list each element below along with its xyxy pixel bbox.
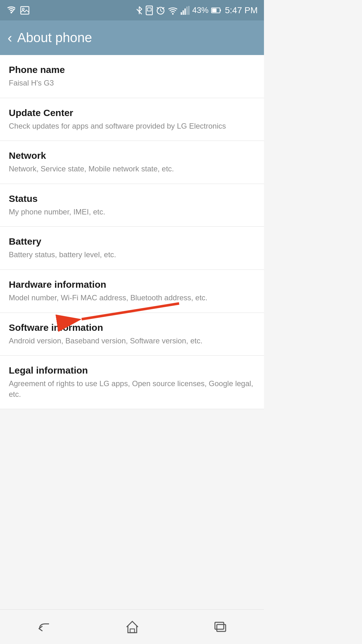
clock: 5:47 PM — [225, 5, 258, 15]
phone-name-title: Phone name — [9, 64, 255, 75]
alarm-icon — [156, 6, 165, 15]
battery-icon — [211, 7, 221, 14]
svg-rect-5 — [147, 8, 151, 11]
battery-title: Battery — [9, 236, 255, 247]
screenshot-icon — [20, 6, 30, 15]
svg-point-7 — [172, 13, 173, 14]
software-info-item[interactable]: Software information Android version, Ba… — [0, 313, 264, 356]
status-title: Status — [9, 193, 255, 204]
wifi-icon — [168, 6, 178, 15]
header: ‹ About phone — [0, 20, 264, 55]
svg-point-3 — [22, 8, 24, 10]
svg-rect-10 — [184, 8, 186, 15]
status-icons-right: 43% 5:47 PM — [136, 5, 258, 15]
legal-info-title: Legal information — [9, 365, 255, 376]
update-center-subtitle: Check updates for apps and software prov… — [9, 121, 255, 131]
software-info-subtitle: Android version, Baseband version, Softw… — [9, 336, 255, 346]
bluetooth-icon — [136, 5, 143, 15]
svg-rect-2 — [21, 7, 29, 14]
status-item[interactable]: Status My phone number, IMEI, etc. — [0, 184, 264, 227]
phone-name-item[interactable]: Phone name Faisal H's G3 — [0, 55, 264, 98]
battery-subtitle: Battery status, battery level, etc. — [9, 249, 255, 260]
network-item[interactable]: Network Network, Service state, Mobile n… — [0, 141, 264, 184]
status-subtitle: My phone number, IMEI, etc. — [9, 207, 255, 217]
svg-rect-9 — [183, 10, 184, 15]
status-bar: 43% 5:47 PM — [0, 0, 264, 20]
hardware-info-item[interactable]: Hardware information Model number, Wi-Fi… — [0, 270, 264, 313]
software-info-title: Software information — [9, 322, 255, 333]
legal-info-item[interactable]: Legal information Agreement of rights to… — [0, 356, 264, 409]
wifi-calling-icon — [6, 5, 16, 15]
phone-name-subtitle: Faisal H's G3 — [9, 78, 255, 88]
svg-rect-8 — [181, 12, 182, 15]
svg-rect-11 — [186, 7, 188, 15]
status-icons-left — [6, 5, 30, 15]
update-center-title: Update Center — [9, 108, 255, 118]
page-title: About phone — [17, 30, 92, 45]
battery-percent: 43% — [192, 5, 209, 15]
hardware-info-title: Hardware information — [9, 279, 255, 290]
signal-icon — [180, 6, 190, 15]
legal-info-subtitle: Agreement of rights to use LG apps, Open… — [9, 378, 255, 399]
update-center-item[interactable]: Update Center Check updates for apps and… — [0, 98, 264, 141]
battery-item[interactable]: Battery Battery status, battery level, e… — [0, 227, 264, 270]
back-button[interactable]: ‹ — [8, 30, 12, 46]
svg-rect-12 — [188, 6, 189, 15]
hardware-info-subtitle: Model number, Wi-Fi MAC address, Bluetoo… — [9, 292, 255, 303]
settings-list: Phone name Faisal H's G3 Update Center C… — [0, 55, 264, 409]
network-title: Network — [9, 150, 255, 161]
network-subtitle: Network, Service state, Mobile network s… — [9, 164, 255, 174]
sim-icon — [145, 5, 153, 15]
svg-rect-15 — [212, 8, 217, 12]
svg-rect-14 — [220, 9, 221, 11]
